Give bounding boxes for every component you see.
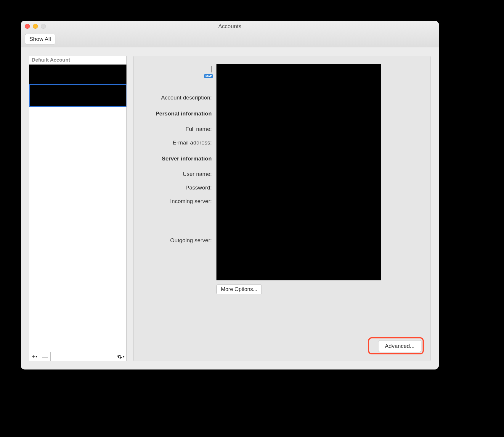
account-type-icon-cell: IMAP — [141, 64, 212, 77]
account-actions-button[interactable]: ▾ — [115, 352, 126, 361]
accounts-window: Accounts Show All Default Account +▾ — — [21, 21, 439, 369]
imap-envelope-icon: IMAP — [198, 66, 212, 77]
plus-icon: + — [32, 354, 35, 360]
password-label: Password: — [141, 180, 212, 191]
titlebar: Accounts Show All — [21, 21, 439, 47]
minus-icon: — — [42, 354, 48, 360]
account-description-label: Account description: — [141, 80, 212, 101]
advanced-button[interactable]: Advanced... — [378, 340, 421, 352]
accounts-list[interactable] — [29, 65, 126, 352]
remove-account-button[interactable]: — — [40, 352, 51, 361]
sidebar-toolbar: +▾ — ▾ — [29, 352, 126, 361]
imap-badge: IMAP — [204, 74, 213, 78]
user-name-label: User name: — [141, 165, 212, 177]
show-all-button[interactable]: Show All — [25, 34, 55, 44]
server-information-header: Server information — [141, 149, 212, 162]
chevron-down-icon: ▾ — [36, 355, 37, 359]
account-row[interactable] — [29, 85, 126, 107]
chevron-down-icon: ▾ — [123, 355, 125, 359]
incoming-server-label: Incoming server: — [141, 194, 212, 205]
account-details-panel: IMAP Account description: Personal infor… — [133, 56, 431, 361]
more-options-button[interactable]: More Options... — [216, 285, 262, 294]
personal-information-header: Personal information — [141, 104, 212, 117]
add-account-button[interactable]: +▾ — [29, 352, 40, 361]
email-address-label: E-mail address: — [141, 135, 212, 146]
accounts-sidebar: Default Account +▾ — ▾ — [29, 56, 127, 361]
window-title: Accounts — [21, 23, 439, 30]
gear-icon — [117, 354, 122, 359]
redacted-values-block — [216, 64, 381, 280]
toolbar-spacer — [51, 352, 115, 361]
window-body: Default Account +▾ — ▾ — [21, 47, 439, 369]
outgoing-server-label: Outgoing server: — [141, 208, 212, 244]
full-name-label: Full name: — [141, 120, 212, 132]
sidebar-header: Default Account — [29, 56, 126, 65]
account-row[interactable] — [29, 65, 126, 85]
